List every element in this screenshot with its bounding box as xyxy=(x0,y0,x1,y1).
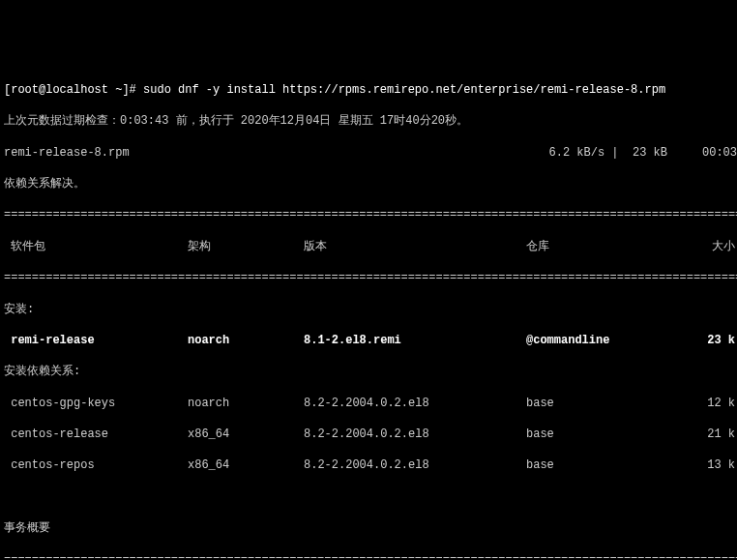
metadata-line: 上次元数据过期检查：0:03:43 前，执行于 2020年12月04日 星期五 … xyxy=(4,113,737,129)
col-size: 大小 xyxy=(662,239,737,254)
download-progress-line: remi-release-8.rpm6.2 kB/s | 23 kB 00:03 xyxy=(4,145,737,161)
install-deps-section-label: 安装依赖关系: xyxy=(4,364,737,379)
separator: ========================================… xyxy=(4,270,737,285)
col-package: 软件包 xyxy=(4,239,188,254)
separator: ========================================… xyxy=(4,207,737,222)
download-file-name: remi-release-8.rpm xyxy=(4,145,130,161)
table-row: remi-releasenoarch8.1-2.el8.remi@command… xyxy=(4,333,737,348)
col-version: 版本 xyxy=(304,239,526,254)
separator: ========================================… xyxy=(4,552,737,560)
table-row: centos-gpg-keysnoarch8.2-2.2004.0.2.el8b… xyxy=(4,396,737,411)
shell-prompt-line: [root@localhost ~]# sudo dnf -y install … xyxy=(4,82,737,98)
blank-line xyxy=(4,489,737,505)
transaction-summary-label: 事务概要 xyxy=(4,520,737,536)
terminal-output: [root@localhost ~]# sudo dnf -y install … xyxy=(4,67,737,560)
table-header: 软件包架构版本仓库大小 xyxy=(4,239,737,254)
table-row: centos-reposx86_648.2-2.2004.0.2.el8base… xyxy=(4,457,737,473)
table-row: centos-releasex86_648.2-2.2004.0.2.el8ba… xyxy=(4,427,737,442)
download-stats: 6.2 kB/s | 23 kB 00:03 xyxy=(130,145,737,161)
install-section-label: 安装: xyxy=(4,302,737,317)
col-repo: 仓库 xyxy=(526,239,662,254)
col-arch: 架构 xyxy=(188,239,304,254)
deps-resolved-line: 依赖关系解决。 xyxy=(4,176,737,192)
